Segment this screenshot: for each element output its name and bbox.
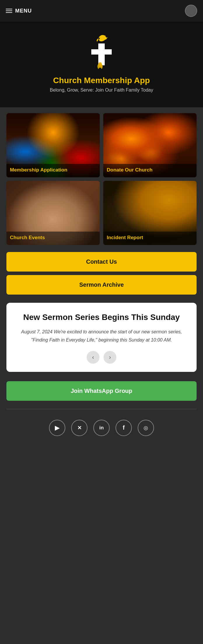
sermon-next-button[interactable]: › [104,351,116,364]
card-overlay: Donate Our Church [103,164,197,177]
membership-card[interactable]: Membership Application [6,113,100,177]
profile-avatar[interactable] [185,5,197,17]
events-label: Church Events [10,235,45,240]
membership-label: Membership Application [10,167,67,173]
menu-label: MENU [15,8,32,14]
divider [6,409,197,409]
action-buttons: Contact Us Sermon Archive [0,251,203,298]
events-card[interactable]: Church Events [6,181,100,245]
youtube-button[interactable]: ▶ [49,420,65,436]
grid-section: Membership Application Donate Our Church… [0,107,203,251]
card-overlay: Incident Report [103,232,197,245]
svg-rect-1 [91,49,112,55]
contact-us-button[interactable]: Contact Us [6,252,197,272]
sermon-title: New Sermon Series Begins This Sunday [15,312,188,323]
sermon-prev-button[interactable]: ‹ [87,351,99,364]
donate-label: Donate Our Church [107,167,153,173]
sermon-card: New Sermon Series Begins This Sunday Aug… [6,303,197,372]
church-logo [85,35,118,70]
svg-marker-4 [106,37,108,39]
incident-card[interactable]: Incident Report [103,181,197,245]
sermon-text: August 7, 2024 We're excited to announce… [15,328,188,344]
social-links: ▶ ✕ in f ◎ [0,414,203,448]
menu-button[interactable]: MENU [6,8,32,14]
logo-container [84,33,119,71]
card-overlay: Membership Application [6,164,100,177]
linkedin-button[interactable]: in [93,420,110,436]
sermon-navigation: ‹ › [15,351,188,364]
sermon-archive-button[interactable]: Sermon Archive [6,275,197,295]
youtube-icon: ▶ [55,424,60,432]
header: MENU [0,0,203,22]
linkedin-icon: in [99,425,104,431]
instagram-button[interactable]: ◎ [138,420,154,436]
app-title: Church Membership App [53,76,150,85]
whatsapp-button[interactable]: Join WhatsApp Group [6,381,197,401]
donate-card[interactable]: Donate Our Church [103,113,197,177]
card-overlay: Church Events [6,232,100,245]
hero-section: Church Membership App Belong, Grow, Serv… [0,22,203,107]
twitter-button[interactable]: ✕ [71,420,88,436]
app-subtitle: Belong, Grow, Serve: Join Our Faith Fami… [50,88,153,93]
facebook-button[interactable]: f [116,420,132,436]
facebook-icon: f [123,424,125,431]
hamburger-icon [6,9,12,13]
svg-point-3 [104,37,107,40]
twitter-icon: ✕ [77,425,82,431]
incident-label: Incident Report [107,235,143,240]
whatsapp-section: Join WhatsApp Group [0,377,203,404]
instagram-icon: ◎ [144,425,148,431]
